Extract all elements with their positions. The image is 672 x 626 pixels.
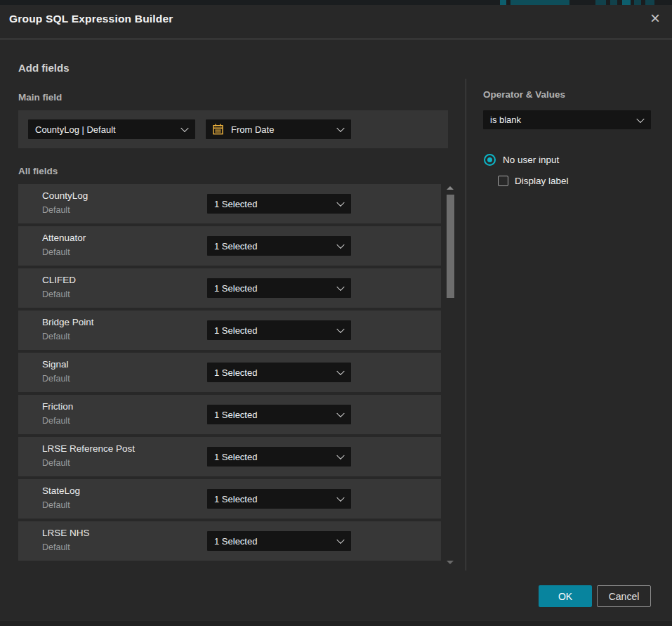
vertical-separator bbox=[466, 79, 466, 570]
scrollbar-up-arrow-icon[interactable] bbox=[447, 186, 454, 190]
field-subtitle: Default bbox=[42, 205, 70, 215]
radio-dot bbox=[487, 157, 492, 162]
field-list-item[interactable]: Attenuator Default 1 Selected bbox=[18, 226, 441, 266]
calendar-date-icon bbox=[212, 124, 224, 136]
chevron-down-icon bbox=[636, 115, 644, 122]
main-field-panel: CountyLog | Default From Date bbox=[18, 110, 448, 148]
field-list-item[interactable]: Friction Default 1 Selected bbox=[18, 395, 441, 434]
all-fields-label: All fields bbox=[18, 166, 58, 176]
field-name: Friction bbox=[42, 401, 73, 412]
background-toolbar-fragment bbox=[634, 0, 641, 5]
chevron-down-icon bbox=[336, 367, 344, 375]
field-name: Attenuator bbox=[42, 233, 86, 243]
display-label-checkbox[interactable] bbox=[498, 176, 508, 186]
field-selection-value: 1 Selected bbox=[214, 410, 257, 420]
main-field-layer-value: CountyLog | Default bbox=[35, 124, 116, 135]
field-subtitle: Default bbox=[42, 289, 70, 299]
chevron-down-icon bbox=[336, 494, 344, 502]
field-subtitle: Default bbox=[42, 332, 70, 341]
field-selection-dropdown[interactable]: 1 Selected bbox=[207, 194, 351, 214]
field-name: Bridge Point bbox=[42, 317, 94, 327]
scrollbar-down-arrow-icon[interactable] bbox=[447, 561, 454, 564]
close-icon[interactable]: × bbox=[645, 8, 666, 29]
chevron-down-icon bbox=[336, 283, 344, 291]
field-name: LRSE NHS bbox=[42, 528, 90, 538]
background-toolbar-fragment bbox=[610, 0, 617, 5]
field-selection-dropdown[interactable]: 1 Selected bbox=[207, 489, 351, 509]
add-fields-heading: Add fields bbox=[18, 62, 70, 74]
field-subtitle: Default bbox=[42, 500, 70, 510]
field-selection-dropdown[interactable]: 1 Selected bbox=[207, 320, 351, 340]
field-list-item[interactable]: CountyLog Default 1 Selected bbox=[18, 184, 441, 223]
field-name: CountyLog bbox=[42, 190, 88, 201]
main-field-field-dropdown[interactable]: From Date bbox=[206, 119, 351, 139]
operator-dropdown[interactable]: is blank bbox=[483, 110, 651, 129]
field-name: StateLog bbox=[42, 485, 80, 496]
field-subtitle: Default bbox=[42, 458, 70, 468]
field-list-item[interactable]: CLIFED Default 1 Selected bbox=[18, 268, 441, 308]
field-selection-dropdown[interactable]: 1 Selected bbox=[207, 405, 351, 424]
field-selection-value: 1 Selected bbox=[214, 536, 257, 547]
scrollbar-thumb[interactable] bbox=[447, 195, 454, 298]
chevron-down-icon bbox=[336, 452, 344, 459]
field-list-item[interactable]: Signal Default 1 Selected bbox=[18, 353, 441, 392]
field-name: CLIFED bbox=[42, 275, 76, 285]
field-subtitle: Default bbox=[42, 247, 70, 257]
field-selection-dropdown[interactable]: 1 Selected bbox=[207, 447, 351, 467]
background-toolbar-fragment bbox=[595, 0, 606, 5]
field-selection-value: 1 Selected bbox=[214, 325, 257, 336]
ok-button[interactable]: OK bbox=[539, 585, 592, 607]
chevron-down-icon bbox=[180, 124, 188, 132]
chevron-down-icon bbox=[336, 124, 344, 132]
no-user-input-label[interactable]: No user input bbox=[503, 155, 559, 165]
background-toolbar-fragment bbox=[510, 0, 569, 5]
chevron-down-icon bbox=[336, 410, 344, 417]
operator-dropdown-value: is blank bbox=[490, 115, 521, 125]
chevron-down-icon bbox=[336, 325, 344, 333]
background-toolbar-fragment bbox=[500, 0, 506, 5]
field-list-item[interactable]: Bridge Point Default 1 Selected bbox=[18, 311, 441, 350]
field-selection-value: 1 Selected bbox=[214, 452, 257, 462]
dialog-title: Group SQL Expression Builder bbox=[9, 13, 173, 25]
field-selection-dropdown[interactable]: 1 Selected bbox=[207, 363, 351, 382]
field-name: Signal bbox=[42, 359, 69, 370]
main-field-layer-dropdown[interactable]: CountyLog | Default bbox=[28, 119, 195, 139]
background-toolbar-fragment bbox=[622, 0, 631, 5]
field-subtitle: Default bbox=[42, 416, 70, 426]
chevron-down-icon bbox=[336, 241, 344, 249]
group-sql-expression-builder-dialog: Group SQL Expression Builder × Add field… bbox=[0, 5, 672, 626]
field-selection-dropdown[interactable]: 1 Selected bbox=[207, 278, 351, 298]
title-divider bbox=[0, 39, 672, 39]
field-name: LRSE Reference Post bbox=[42, 443, 135, 454]
field-subtitle: Default bbox=[42, 542, 70, 552]
field-list-item[interactable]: StateLog Default 1 Selected bbox=[18, 479, 441, 519]
field-selection-value: 1 Selected bbox=[214, 367, 257, 378]
field-selection-dropdown[interactable]: 1 Selected bbox=[207, 236, 351, 256]
chevron-down-icon bbox=[336, 199, 344, 207]
field-selection-value: 1 Selected bbox=[214, 241, 257, 252]
field-selection-value: 1 Selected bbox=[214, 494, 257, 504]
field-list-item[interactable]: LRSE Reference Post Default 1 Selected bbox=[18, 437, 441, 476]
field-selection-value: 1 Selected bbox=[214, 199, 257, 209]
main-field-label: Main field bbox=[18, 92, 62, 103]
field-subtitle: Default bbox=[42, 374, 70, 384]
operator-values-label: Operator & Values bbox=[483, 89, 565, 100]
chevron-down-icon bbox=[336, 536, 344, 544]
display-label-text[interactable]: Display label bbox=[515, 176, 569, 186]
dialog-bottom-edge bbox=[0, 621, 672, 626]
all-fields-list: CountyLog Default 1 Selected Attenuator … bbox=[18, 184, 441, 566]
field-selection-dropdown[interactable]: 1 Selected bbox=[207, 531, 351, 551]
cancel-button[interactable]: Cancel bbox=[597, 585, 651, 607]
field-list-item[interactable]: LRSE NHS Default 1 Selected bbox=[18, 521, 441, 561]
main-field-field-value: From Date bbox=[231, 124, 274, 135]
no-user-input-radio[interactable] bbox=[484, 154, 496, 166]
background-app-strip bbox=[0, 0, 672, 5]
background-toolbar-fragment bbox=[645, 0, 654, 5]
field-selection-value: 1 Selected bbox=[214, 283, 257, 294]
